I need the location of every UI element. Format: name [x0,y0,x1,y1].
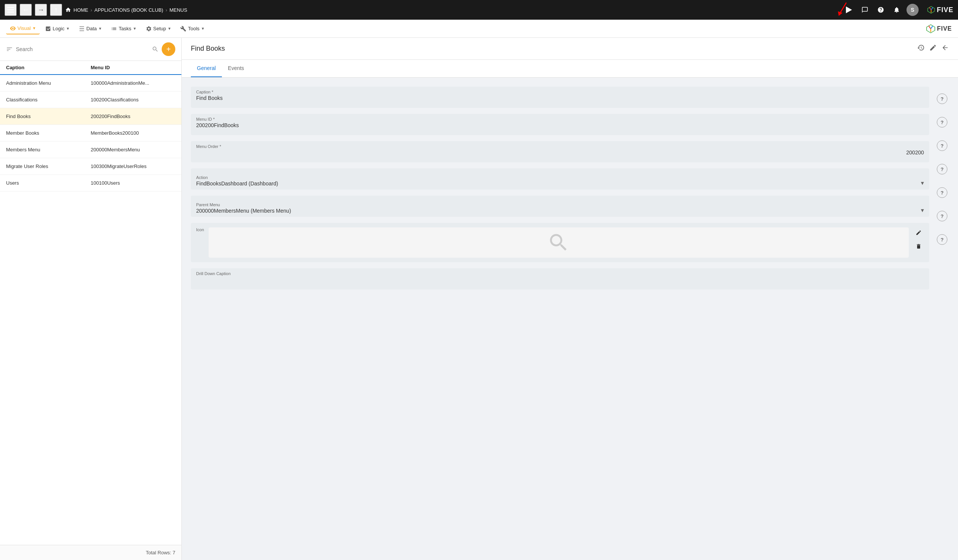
right-panel-header: Find Books [182,38,958,60]
play-triangle-icon [846,6,852,13]
action-chevron-icon: ▾ [921,179,924,187]
row-caption: Migrate User Roles [6,163,91,169]
row-caption: Members Menu [6,147,91,152]
drill-down-field-group: Drill Down Caption [191,268,929,289]
toolbar-logic-label: Logic [52,26,64,32]
row-caption: Classifications [6,97,91,103]
caption-header: Caption [6,65,91,70]
parent-menu-label: Parent Menu [196,202,921,207]
menu-id-help-icon[interactable]: ? [937,117,947,128]
chat-button[interactable] [859,4,871,16]
menu-id-field-group: Menu ID * 200200FindBooks [191,114,929,135]
right-panel: Find Books General Events [182,38,958,560]
row-caption: Find Books [6,114,91,119]
menu-id-value: 200200FindBooks [196,122,924,128]
back-button[interactable]: ← [20,4,32,16]
icon-preview [209,228,909,258]
toolbar-data[interactable]: Data ▼ [75,24,106,34]
menu-order-help-icon[interactable]: ? [937,140,947,151]
caption-help-icon[interactable]: ? [937,93,947,104]
svg-line-6 [929,8,931,10]
search-input[interactable] [16,46,149,52]
toolbar-setup[interactable]: Setup ▼ [142,24,175,34]
search-bar: + [0,38,181,61]
user-avatar-button[interactable]: S [907,4,918,16]
row-caption: Users [6,180,91,186]
row-menu-id: 100100Users [91,180,176,186]
action-label: Action [196,175,921,180]
menu-order-value: 200200 [196,149,924,155]
action-help-icon[interactable]: ? [937,164,947,174]
main-toolbar: Visual ▼ Logic ▼ Data ▼ Tasks ▼ Setup ▼ … [0,20,958,38]
edit-button[interactable] [929,44,937,53]
menu-order-label: Menu Order * [196,144,924,149]
toolbar-tasks-label: Tasks [119,26,131,32]
caption-value: Find Books [196,95,924,101]
toolbar-data-label: Data [86,26,97,32]
row-menu-id: MemberBooks200100 [91,130,176,136]
notifications-button[interactable] [891,4,903,16]
row-menu-id: 200200FindBooks [91,114,176,119]
edit-icon-button[interactable] [913,228,924,238]
table-header: Caption Menu ID [0,61,181,75]
parent-menu-field[interactable]: Parent Menu 200000MembersMenu (Members M… [191,196,929,217]
table-row[interactable]: Migrate User Roles 100300MigrateUserRole… [0,158,181,175]
svg-rect-0 [7,7,14,8]
table-row[interactable]: Users 100100Users [0,175,181,191]
svg-line-12 [931,26,933,29]
toolbar-tasks[interactable]: Tasks ▼ [107,24,140,34]
up-button[interactable]: ↑ [50,4,62,16]
search-icon [152,46,159,52]
drill-down-help-icon[interactable]: ? [937,234,947,245]
table-row[interactable]: Members Menu 200000MembersMenu [0,141,181,158]
toolbar-visual[interactable]: Visual ▼ [6,23,40,35]
back-arrow-button[interactable] [941,44,949,53]
action-field-group: Action FindBooksDashboard (Dashboard) ▾ [191,168,929,190]
breadcrumb-home[interactable]: HOME [73,7,88,13]
icon-field: Icon [191,223,929,262]
tab-general[interactable]: General [191,60,222,77]
parent-menu-field-group: Parent Menu 200000MembersMenu (Members M… [191,196,929,217]
filter-icon [6,46,13,52]
five-logo: FIVE [927,6,953,14]
row-menu-id: 200000MembersMenu [91,147,176,152]
icon-help-icon[interactable]: ? [937,211,947,221]
five-logo-toolbar: FIVE [926,24,952,34]
toolbar-tools[interactable]: Tools ▼ [176,24,208,34]
menu-order-field-group: Menu Order * 200200 [191,141,929,162]
menu-id-label: Menu ID * [196,117,924,122]
toolbar-setup-label: Setup [153,26,166,32]
tab-events[interactable]: Events [222,60,250,77]
help-button[interactable] [875,4,887,16]
forward-button[interactable]: → [35,4,47,16]
play-button[interactable] [843,4,855,16]
delete-icon-button[interactable] [913,241,924,252]
menu-id-field: Menu ID * 200200FindBooks [191,114,929,135]
panel-actions [917,44,949,53]
form-fields: Caption * Find Books Menu ID * 200200Fin… [191,87,929,551]
history-button[interactable] [917,44,925,53]
table-row-selected[interactable]: Find Books 200200FindBooks [0,108,181,125]
breadcrumb-menus[interactable]: MENUS [169,7,187,13]
table-row[interactable]: Administration Menu 100000Administration… [0,75,181,92]
left-panel: + Caption Menu ID Administration Menu 10… [0,38,182,560]
table-row[interactable]: Member Books MemberBooks200100 [0,125,181,141]
icon-actions [913,228,924,252]
toolbar-logic[interactable]: Logic ▼ [41,24,73,34]
icon-label: Icon [196,228,204,232]
row-caption: Member Books [6,130,91,136]
add-button[interactable]: + [162,43,175,56]
drill-down-label: Drill Down Caption [196,271,924,276]
breadcrumb-app[interactable]: APPLICATIONS (BOOK CLUB) [94,7,163,13]
action-value: FindBooksDashboard (Dashboard) [196,180,921,187]
table-footer: Total Rows: 7 [0,545,181,560]
table-row[interactable]: Classifications 100200Classifications [0,92,181,108]
panel-title: Find Books [191,45,225,52]
parent-menu-help-icon[interactable]: ? [937,187,947,198]
action-field[interactable]: Action FindBooksDashboard (Dashboard) ▾ [191,168,929,190]
drill-down-field: Drill Down Caption [191,268,929,289]
row-menu-id: 100000AdministrationMe... [91,80,176,86]
hamburger-menu-button[interactable] [5,4,17,16]
help-icons-column: ? ? ? ? ? ? ? [937,87,949,551]
svg-line-7 [931,8,933,10]
